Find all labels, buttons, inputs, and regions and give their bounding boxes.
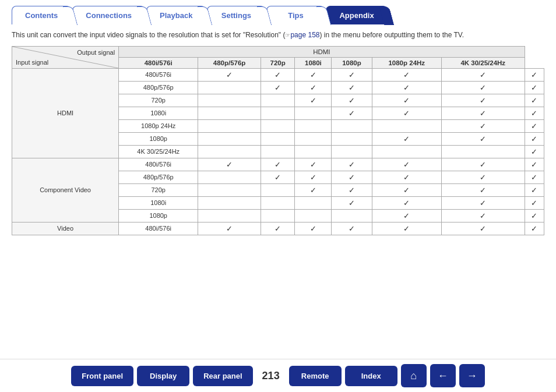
check-cell [261,196,295,209]
resolution-cell: 1080i [119,107,198,119]
check-cell: ✓ [198,158,261,171]
check-cell: ✓ [295,222,332,235]
checkmark-icon: ✓ [531,135,537,143]
checkmark-icon: ✓ [349,70,355,79]
checkmark-icon: ✓ [531,186,537,195]
forward-button[interactable]: → [459,364,485,387]
check-cell [198,171,261,183]
check-cell: ✓ [441,183,525,196]
checkmark-icon: ✓ [349,96,355,105]
checkmark-icon: ✓ [226,160,233,169]
check-cell [198,132,261,145]
checkmark-icon: ✓ [226,224,233,233]
checkmark-icon: ✓ [275,160,281,169]
check-cell [198,183,261,196]
check-cell [261,145,295,158]
checkmark-icon: ✓ [403,109,410,118]
tab-playback[interactable]: Playback [146,6,206,24]
intro-paragraph: This unit can convert the input video si… [12,30,544,40]
rear-panel-button[interactable]: Rear panel [193,366,252,386]
checkmark-icon: ✓ [275,83,281,92]
checkmark-icon: ✓ [226,70,233,79]
checkmark-icon: ✓ [480,211,486,220]
check-cell: ✓ [441,81,525,94]
checkmark-icon: ✓ [531,109,537,118]
checkmark-icon: ✓ [480,96,486,105]
remote-button[interactable]: Remote [289,366,342,386]
resolution-cell: 720p [119,183,198,196]
resolution-cell: 480i/576i [119,222,198,235]
check-cell: ✓ [525,222,544,235]
check-cell: ✓ [525,171,544,183]
check-cell: ✓ [332,196,372,209]
check-cell: ✓ [441,119,525,132]
check-cell [198,119,261,132]
checkmark-icon: ✓ [531,211,537,220]
check-cell: ✓ [332,94,372,107]
col-header-4k: 4K 30/25/24Hz [441,57,525,68]
col-header-1080p: 1080p [332,57,372,68]
resolution-cell: 480i/576i [119,158,198,171]
tab-settings[interactable]: Settings [207,6,265,24]
tab-appendix[interactable]: Appendix [326,6,387,24]
check-cell: ✓ [372,183,441,196]
checkmark-icon: ✓ [349,160,355,169]
tab-connections[interactable]: Connections [72,6,145,24]
resolution-cell: 480i/576i [119,68,198,81]
check-cell [295,145,332,158]
check-cell: ✓ [372,68,441,81]
check-cell: ✓ [372,196,441,209]
check-cell: ✓ [261,171,295,183]
checkmark-icon: ✓ [403,70,410,79]
checkmark-icon: ✓ [275,173,281,182]
check-cell: ✓ [372,209,441,222]
check-cell: ✓ [525,158,544,171]
check-cell: ✓ [525,145,544,158]
front-panel-button[interactable]: Front panel [71,366,133,386]
checkmark-icon: ✓ [480,70,486,79]
check-cell [372,145,441,158]
page-link[interactable]: page 158 [290,31,319,39]
col-header-720p: 720p [261,57,295,68]
check-cell [295,209,332,222]
checkmark-icon: ✓ [403,96,410,105]
checkmark-icon: ✓ [480,160,486,169]
tab-tips[interactable]: Tips [266,6,325,24]
check-cell: ✓ [525,196,544,209]
check-cell [372,119,441,132]
hdmi-group-header: HDMI [119,46,525,57]
check-cell: ✓ [372,222,441,235]
input-group-video: Video [12,222,119,235]
back-icon: ← [438,370,448,382]
check-cell: ✓ [261,81,295,94]
checkmark-icon: ✓ [531,83,537,92]
display-button[interactable]: Display [137,366,189,386]
check-cell [441,145,525,158]
back-button[interactable]: ← [430,364,456,387]
check-cell: ✓ [441,158,525,171]
input-signal-label: Input signal [16,59,48,66]
checkmark-icon: ✓ [403,211,410,220]
check-cell: ✓ [261,222,295,235]
resolution-cell: 4K 30/25/24Hz [119,145,198,158]
checkmark-icon: ✓ [275,70,281,79]
check-cell [261,132,295,145]
index-button[interactable]: Index [345,366,397,386]
check-cell: ✓ [332,68,372,81]
resolution-cell: 1080i [119,196,198,209]
output-signal-label: Output signal [77,49,115,56]
check-cell [295,196,332,209]
bottom-nav: Front panel Display Rear panel 213 Remot… [0,359,556,392]
resolution-cell: 1080p [119,209,198,222]
home-icon: ⌂ [410,370,417,382]
home-button[interactable]: ⌂ [401,364,427,387]
check-cell: ✓ [332,107,372,119]
checkmark-icon: ✓ [403,83,410,92]
tab-contents[interactable]: Contents [12,6,71,24]
check-cell: ✓ [295,171,332,183]
check-cell: ✓ [261,158,295,171]
check-cell: ✓ [372,81,441,94]
checkmark-icon: ✓ [310,173,316,182]
check-cell: ✓ [441,222,525,235]
check-cell [332,209,372,222]
